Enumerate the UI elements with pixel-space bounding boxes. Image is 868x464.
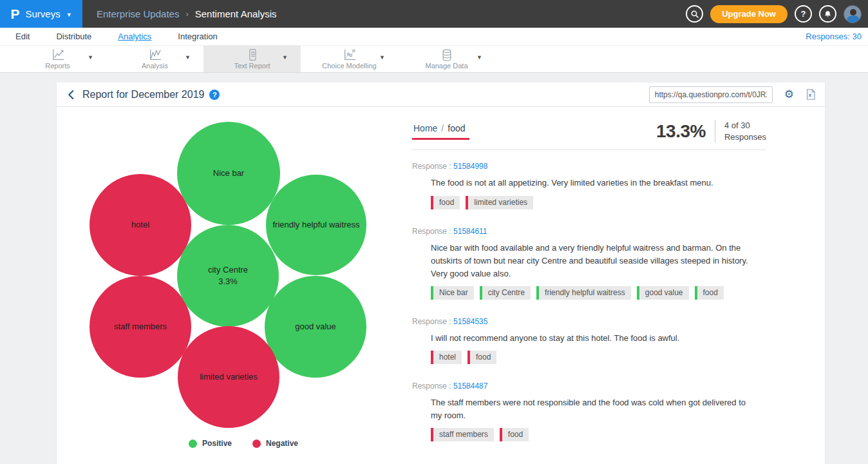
legend-label: Positive [202,439,232,448]
response-item: Response : 51584611Nice bar with food av… [412,227,766,300]
breadcrumb-survey-name[interactable]: Enterprise Updates [97,8,179,19]
tag-breadcrumb-current: food [448,123,465,133]
tag-city-centre[interactable]: city Centre [480,286,531,300]
share-url-input[interactable] [649,86,773,103]
product-switcher[interactable]: P Surveys ▼ [0,0,82,28]
tag-nice-bar[interactable]: Nice bar [431,286,474,300]
responses-panel: Home/food 13.3% 4 of 30 Responses Respon… [412,120,766,459]
questionpro-logo-icon: P [10,6,19,22]
export-excel-button[interactable]: x [806,89,816,100]
responses-count-summary: 4 of 30 Responses [715,120,766,143]
sentiment-bubble-chart: hotelstaff membersgood valueNice barfrie… [89,121,398,430]
search-button[interactable] [686,5,703,23]
chevron-down-icon: ▼ [66,12,72,18]
tag-food[interactable]: food [500,428,529,441]
count-line1: 4 of 30 [724,121,750,130]
toolbar-item-choice-modelling[interactable]: Choice Modelling▼ [301,46,398,72]
bubble-label: friendly helpful waitress [272,219,359,231]
bubble-limited-varieties[interactable]: limited varieties [178,326,279,428]
bubble-good-value[interactable]: good value [265,276,366,378]
report-card: Report for December 2019 ? ⚙ x hotelstaf… [57,82,825,464]
report-body: hotelstaff membersgood valueNice barfrie… [57,107,825,464]
report-title: Report for December 2019 [82,89,204,101]
toolbar-item-label: Choice Modelling [322,62,376,70]
response-id-link[interactable]: 51584611 [453,227,487,236]
tag-staff-members[interactable]: staff members [431,428,494,441]
survey-menu-items: EditDistributeAnalyticsIntegration [15,32,218,41]
response-id-link[interactable]: 51584487 [453,382,487,391]
analysis-chart-icon [148,48,162,61]
text-report-icon [246,48,259,61]
header-actions: Upgrade Now ? [686,5,868,23]
bubble-label: city Centre [208,264,248,276]
bubble-label: good value [295,321,336,333]
toolbar-item-label: Manage Data [425,62,467,70]
legend-label: Negative [266,439,298,448]
bubble-friendly-helpful-waitress[interactable]: friendly helpful waitress [266,175,366,275]
tag-friendly-helpful-waitress[interactable]: friendly helpful waitress [536,286,631,300]
toolbar-item-label: Reports [45,62,70,70]
response-item: Response : 51584535I will not recommend … [412,317,766,364]
tag-percentage: 13.3% [656,121,715,142]
bubble-city-centre[interactable]: city Centre3.3% [177,225,279,327]
response-label: Response : 51584611 [412,227,766,236]
toolbar-item-manage-data[interactable]: Manage Data▼ [398,46,495,72]
survey-menu-bar: EditDistributeAnalyticsIntegration Respo… [0,28,868,45]
tag-breadcrumb: Home/food [412,123,469,140]
tag-food[interactable]: food [431,196,460,209]
chevron-left-icon [66,89,77,101]
toolbar-item-label: Text Report [234,62,270,70]
toolbar-item-reports[interactable]: Reports▼ [9,46,106,72]
back-button[interactable] [66,88,79,101]
report-header-actions: ⚙ x [649,86,816,103]
user-avatar[interactable] [844,5,862,23]
bubble-staff-members[interactable]: staff members [90,276,191,378]
response-text: The staff members were not responsible a… [431,396,758,422]
response-item: Response : 51584487The staff members wer… [412,382,766,441]
notifications-button[interactable] [819,5,836,23]
legend-item-negative: Negative [252,439,298,448]
legend-item-positive: Positive [189,439,232,448]
upgrade-now-button[interactable]: Upgrade Now [710,5,788,23]
bubble-label: hotel [131,219,149,231]
chevron-down-icon[interactable]: ▼ [379,54,385,61]
response-tags: Nice barcity Centrefriendly helpful wait… [431,286,766,300]
response-tags: hotelfood [431,351,766,364]
breadcrumb-page-name: Sentiment Analysis [195,8,277,19]
chevron-down-icon[interactable]: ▼ [88,54,93,61]
responses-count[interactable]: Responses: 30 [806,32,868,41]
tag-good-value[interactable]: good value [637,286,689,300]
chevron-down-icon[interactable]: ▼ [476,54,482,61]
menu-item-integration[interactable]: Integration [178,32,217,41]
menu-item-analytics[interactable]: Analytics [118,32,151,41]
bubble-label: Nice bar [213,168,244,179]
chevron-down-icon[interactable]: ▼ [282,54,288,61]
breadcrumb: Enterprise Updates › Sentiment Analysis [97,8,276,19]
tag-food[interactable]: food [467,351,496,364]
count-line2: Responses [724,132,766,142]
bubble-label: limited varieties [200,371,258,383]
tag-food[interactable]: food [695,286,724,300]
response-id-link[interactable]: 51584998 [453,162,487,171]
menu-item-distribute[interactable]: Distribute [56,32,91,41]
search-icon [690,10,699,19]
legend-dot-icon [189,440,197,448]
tag-limited-varieties[interactable]: limited varieties [466,196,533,209]
database-icon [440,48,453,61]
help-button[interactable]: ? [795,5,812,23]
menu-item-edit[interactable]: Edit [15,32,30,41]
settings-gear-icon[interactable]: ⚙ [784,89,794,100]
question-mark-icon: ? [212,91,217,99]
bubble-nice-bar[interactable]: Nice bar [177,122,280,225]
tag-hotel[interactable]: hotel [431,351,462,364]
responses-list: Response : 51584998The food is not at al… [412,162,766,441]
responses-panel-header: Home/food 13.3% 4 of 30 Responses [412,120,766,150]
toolbar-item-analysis[interactable]: Analysis▼ [106,46,203,72]
tag-breadcrumb-home[interactable]: Home [413,123,437,133]
chevron-down-icon[interactable]: ▼ [185,54,191,61]
toolbar-item-text-report[interactable]: Text Report▼ [203,46,301,72]
response-id-link[interactable]: 51584535 [453,317,487,326]
bubble-value: 3.3% [218,276,238,287]
report-help-button[interactable]: ? [209,90,220,100]
bubble-hotel[interactable]: hotel [90,174,191,276]
